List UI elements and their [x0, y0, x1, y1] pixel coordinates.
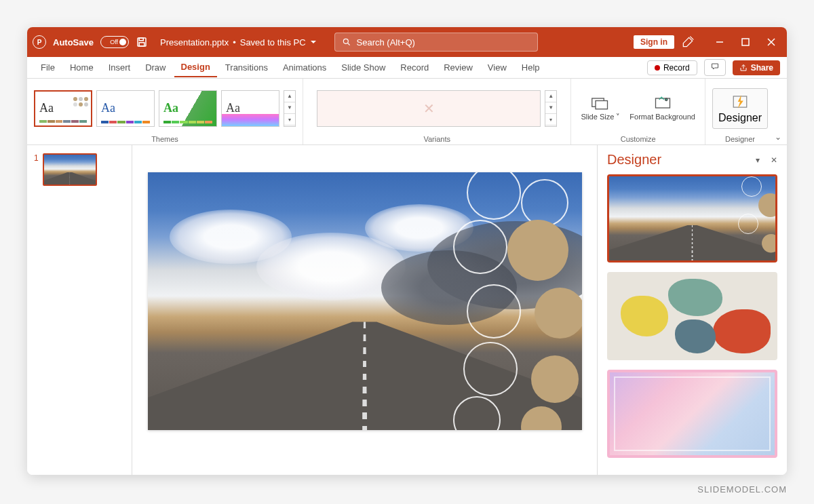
watermark: SLIDEMODEL.COM — [27, 484, 787, 495]
format-bg-icon — [653, 95, 672, 111]
theme-dots-icon — [73, 97, 88, 106]
titlebar: P AutoSave Off Presentation.pptx • Saved… — [27, 27, 787, 57]
designer-panel-title: Designer — [607, 152, 661, 168]
tab-insert[interactable]: Insert — [102, 58, 138, 77]
placeholder-x-icon: ✕ — [423, 100, 435, 117]
slide-size-icon — [591, 95, 610, 111]
toggle-knob — [119, 39, 126, 45]
theme-aa-text: Aa — [163, 101, 178, 115]
tab-animations[interactable]: Animations — [276, 58, 333, 77]
slide-number: 1 — [34, 153, 39, 186]
designer-suggestions-list[interactable] — [598, 174, 787, 475]
panel-options-button[interactable]: ▾ — [756, 155, 760, 165]
design-suggestion-2[interactable] — [607, 272, 777, 360]
autosave-label: AutoSave — [53, 37, 94, 47]
record-label: Record — [663, 63, 690, 73]
slide-thumb-image — [43, 153, 97, 186]
app-icon: P — [33, 35, 46, 49]
tab-transitions[interactable]: Transitions — [218, 58, 275, 77]
tab-help[interactable]: Help — [515, 58, 547, 77]
theme-thumb-1[interactable]: Aa — [34, 90, 92, 127]
pen-icon[interactable] — [681, 35, 695, 49]
tab-slideshow[interactable]: Slide Show — [334, 58, 392, 77]
design-suggestion-1[interactable] — [607, 174, 777, 263]
minimize-button[interactable] — [715, 37, 724, 47]
record-button[interactable]: Record — [647, 60, 697, 75]
themes-group-label: Themes — [151, 134, 178, 143]
chevron-down-icon — [310, 39, 317, 45]
decorative-circles — [460, 172, 582, 430]
app-window: P AutoSave Off Presentation.pptx • Saved… — [27, 27, 787, 475]
customize-group-label: Customize — [621, 134, 656, 143]
search-input[interactable]: Search (Alt+Q) — [334, 33, 538, 52]
filename-area[interactable]: Presentation.pptx • Saved to this PC — [160, 37, 317, 47]
filename-separator: • — [233, 37, 236, 47]
designer-lightning-icon — [731, 93, 749, 111]
tab-review[interactable]: Review — [437, 58, 480, 77]
designer-panel-header: Designer ▾ ✕ — [598, 145, 787, 174]
theme-aa-text: Aa — [226, 101, 240, 115]
share-label: Share — [751, 63, 773, 73]
tab-view[interactable]: View — [481, 58, 513, 77]
comment-icon — [710, 62, 720, 71]
share-icon — [739, 64, 748, 72]
search-placeholder: Search (Alt+Q) — [357, 37, 415, 47]
expand-icon[interactable]: ▾ — [284, 114, 295, 125]
expand-icon[interactable]: ▾ — [545, 114, 556, 125]
svg-rect-6 — [742, 39, 749, 45]
slide-thumbnail-1[interactable]: 1 — [34, 153, 125, 186]
search-icon — [342, 37, 351, 47]
ribbon-tabs: File Home Insert Draw Design Transitions… — [27, 57, 787, 79]
tab-home[interactable]: Home — [63, 58, 100, 77]
svg-point-3 — [343, 39, 348, 43]
slide-background-image — [148, 172, 582, 430]
maximize-button[interactable] — [741, 37, 750, 47]
themes-gallery-nav[interactable]: ▲ ▼ ▾ — [284, 90, 296, 127]
variants-gallery-nav[interactable]: ▲ ▼ ▾ — [545, 90, 557, 127]
window-controls — [715, 37, 776, 47]
designer-button[interactable]: Designer — [712, 88, 768, 129]
tab-draw[interactable]: Draw — [138, 58, 172, 77]
svg-rect-2 — [139, 43, 144, 46]
chevron-down-icon[interactable]: ▼ — [545, 102, 556, 114]
signin-button[interactable]: Sign in — [634, 35, 674, 49]
save-icon[interactable] — [136, 36, 148, 48]
svg-line-4 — [347, 43, 349, 45]
tab-design[interactable]: Design — [174, 58, 217, 77]
theme-aa-text: Aa — [39, 101, 54, 115]
slide-thumbnail-panel: 1 — [27, 145, 132, 475]
filename-text: Presentation.pptx — [160, 37, 229, 47]
theme-thumb-3[interactable]: Aa — [159, 90, 217, 127]
design-suggestion-3[interactable] — [607, 370, 777, 458]
autosave-toggle[interactable]: Off — [100, 36, 129, 48]
variant-thumb[interactable]: ✕ — [317, 90, 541, 127]
slide-canvas[interactable] — [148, 172, 582, 430]
designer-panel: Designer ▾ ✕ — [597, 145, 787, 475]
theme-aa-text: Aa — [101, 101, 115, 115]
tab-file[interactable]: File — [34, 58, 62, 77]
comments-button[interactable] — [704, 59, 726, 76]
ribbon: Aa Aa Aa Aa ▲ ▼ ▾ — [27, 79, 787, 145]
collapse-ribbon-button[interactable]: ⌄ — [775, 132, 787, 144]
chevron-up-icon[interactable]: ▲ — [284, 91, 295, 102]
panel-close-button[interactable]: ✕ — [771, 155, 777, 165]
slide-size-button[interactable]: Slide Size ˅ — [578, 92, 623, 124]
svg-rect-1 — [139, 38, 143, 41]
theme-thumb-4[interactable]: Aa — [221, 90, 279, 127]
close-button[interactable] — [767, 37, 776, 47]
share-button[interactable]: Share — [733, 60, 780, 75]
theme-thumb-2[interactable]: Aa — [96, 90, 155, 127]
variants-group-label: Variants — [423, 134, 450, 143]
chevron-down-icon[interactable]: ▼ — [284, 102, 295, 114]
autosave-state: Off — [110, 39, 118, 45]
format-bg-label: Format Background — [629, 113, 695, 121]
slide-canvas-area[interactable] — [132, 145, 597, 475]
workspace: 1 — [27, 145, 787, 475]
svg-rect-10 — [596, 101, 608, 109]
tab-record[interactable]: Record — [393, 58, 435, 77]
chevron-up-icon[interactable]: ▲ — [545, 91, 556, 102]
record-dot-icon — [655, 65, 660, 71]
designer-group-label: Designer — [725, 134, 755, 143]
format-background-button[interactable]: Format Background — [627, 92, 698, 123]
svg-point-12 — [665, 98, 667, 101]
